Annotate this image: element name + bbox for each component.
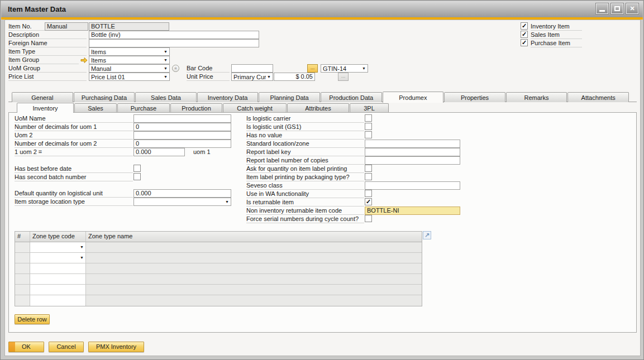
wa-functionality-label: Use in WA functionality	[246, 190, 364, 198]
zone-type-code-cell[interactable]	[30, 285, 86, 295]
tab-remarks[interactable]: Remarks	[506, 92, 567, 102]
cancel-button[interactable]: Cancel	[49, 342, 84, 352]
description-field[interactable]: Bottle (inv)	[89, 31, 259, 39]
check-icon: ✓	[522, 39, 527, 46]
force-serial-label: Force serial numbers during cycle count?	[246, 215, 364, 223]
subtab-production[interactable]: Production	[170, 103, 222, 112]
foreign-name-field[interactable]	[89, 39, 259, 47]
returnable-item-checkbox[interactable]: ✓	[365, 198, 372, 205]
label-by-packaging-label: Item label printing by packaging type?	[246, 174, 364, 181]
pmx-inventory-button[interactable]: PMX Inventory	[88, 342, 144, 352]
decimals-uom1-field[interactable]: 0	[133, 123, 231, 131]
zone-type-table: # Zone type code Zone type name ▼ ▼	[15, 231, 422, 306]
subtab-attributes[interactable]: Attributes	[287, 103, 349, 112]
seveso-class-field[interactable]	[365, 181, 460, 190]
tab-inventory-data[interactable]: Inventory Data	[197, 92, 259, 102]
check-icon: ✓	[522, 31, 527, 37]
standard-location-field[interactable]	[365, 140, 460, 148]
non-inventory-returnable-field[interactable]: BOTTLE-NI	[365, 207, 460, 215]
uom2-field[interactable]	[133, 131, 231, 140]
force-serial-checkbox[interactable]: ✓	[365, 215, 372, 222]
has-no-value-checkbox[interactable]: ✓	[365, 131, 372, 138]
unit-price-browse-button[interactable]: ...	[338, 73, 349, 81]
uom-group-select[interactable]: Manual ▼	[89, 64, 170, 73]
zone-type-code-cell[interactable]: ▼	[30, 253, 86, 263]
decimals-uom1-label: Number of decimals for uom 1	[15, 123, 133, 131]
chevron-down-icon[interactable]: ▼	[80, 245, 84, 249]
subtab-sales[interactable]: Sales	[74, 103, 117, 112]
bar-code-type-select[interactable]: GTIN-14 ▼	[321, 64, 368, 73]
best-before-label: Has best before date	[15, 165, 133, 173]
uom-name-field[interactable]	[133, 114, 231, 123]
report-label-copies-field[interactable]	[365, 156, 460, 165]
chevron-down-icon[interactable]: ▼	[80, 256, 84, 260]
zone-type-code-cell[interactable]	[30, 274, 86, 284]
zone-type-code-cell[interactable]: ▼	[30, 242, 86, 252]
report-label-copies-label: Report label number of copies	[246, 157, 364, 165]
subtab-catch-weight[interactable]: Catch weight	[223, 103, 287, 112]
zone-type-code-cell[interactable]	[30, 295, 86, 306]
chevron-down-icon: ▼	[225, 200, 229, 204]
zone-type-code-cell[interactable]	[30, 263, 86, 273]
tab-produmex[interactable]: Produmex	[383, 92, 444, 103]
chevron-down-icon: ▼	[164, 50, 168, 54]
maximize-button[interactable]	[611, 3, 623, 14]
item-type-select[interactable]: Items ▼	[89, 47, 170, 56]
best-before-checkbox[interactable]: ✓	[133, 165, 141, 172]
tab-purchasing-data[interactable]: Purchasing Data	[74, 92, 135, 102]
table-row	[15, 295, 422, 306]
label-by-packaging-checkbox[interactable]: ✓	[365, 173, 372, 180]
price-list-select[interactable]: Price List 01 ▼	[89, 73, 170, 81]
bar-code-field[interactable]	[231, 64, 273, 73]
item-group-select[interactable]: Items ▼	[89, 56, 170, 64]
tab-properties[interactable]: Properties	[444, 92, 505, 102]
uom-conversion-field[interactable]: 0.000	[133, 148, 185, 156]
table-row	[15, 285, 422, 295]
value-help-icon[interactable]: ≡	[172, 65, 179, 72]
subtab-3pl[interactable]: 3PL	[350, 103, 389, 112]
check-icon: ✓	[522, 22, 527, 29]
storage-location-type-label: Item storage location type	[15, 198, 133, 206]
report-label-key-field[interactable]	[365, 148, 460, 156]
tab-attachments[interactable]: Attachments	[567, 92, 629, 102]
close-icon: ✕	[629, 5, 635, 12]
purchase-item-label: Purchase Item	[531, 40, 582, 47]
seveso-class-label: Seveso class	[246, 182, 364, 190]
minimize-button[interactable]	[596, 3, 608, 14]
subtab-inventory[interactable]: Inventory	[17, 103, 74, 113]
item-no-field[interactable]: BOTTLE	[89, 22, 169, 31]
unit-price-field[interactable]: $ 0.05	[274, 73, 315, 81]
ask-qty-checkbox[interactable]: ✓	[365, 165, 372, 172]
logistic-unit-checkbox[interactable]: ✓	[365, 123, 372, 130]
title-bar[interactable]: Item Master Data	[1, 1, 643, 17]
default-qty-field[interactable]: 0.000	[133, 189, 231, 198]
inventory-item-label: Inventory Item	[531, 23, 582, 31]
sales-item-label: Sales Item	[531, 31, 582, 39]
decimals-uom2-field[interactable]: 0	[133, 140, 231, 148]
tab-general[interactable]: General	[12, 92, 73, 102]
tab-sales-data[interactable]: Sales Data	[135, 92, 197, 102]
link-arrow-icon[interactable]	[80, 57, 88, 64]
bar-code-browse-button[interactable]: ...	[307, 64, 318, 73]
close-button[interactable]: ✕	[626, 3, 638, 14]
item-no-mode-combo[interactable]: Manual	[45, 22, 88, 31]
check-icon: ✓	[366, 198, 371, 205]
uom-conversion-suffix: uom 1	[193, 148, 211, 156]
zone-table-header: # Zone type code Zone type name	[15, 232, 422, 242]
delete-row-button[interactable]: Delete row	[15, 314, 50, 324]
purchase-item-checkbox[interactable]: ✓	[521, 39, 528, 46]
chevron-down-icon: ▼	[362, 66, 366, 70]
wa-functionality-checkbox[interactable]: ✓	[365, 190, 372, 197]
storage-location-type-select[interactable]: ▼	[133, 198, 231, 206]
logistic-carrier-checkbox[interactable]: ✓	[365, 114, 372, 122]
subtab-purchase[interactable]: Purchase	[117, 103, 170, 112]
sales-item-checkbox[interactable]: ✓	[521, 31, 528, 38]
inventory-item-checkbox[interactable]: ✓	[521, 22, 528, 30]
second-batch-checkbox[interactable]: ✓	[133, 173, 141, 180]
minimize-icon	[599, 10, 605, 12]
tab-production-data[interactable]: Production Data	[321, 92, 382, 102]
ok-button[interactable]: OK	[8, 342, 44, 352]
tab-planning-data[interactable]: Planning Data	[259, 92, 320, 102]
unit-price-currency-select[interactable]: Primary Curr ▼	[231, 73, 273, 81]
expand-grid-icon[interactable]: ↗	[423, 231, 431, 239]
